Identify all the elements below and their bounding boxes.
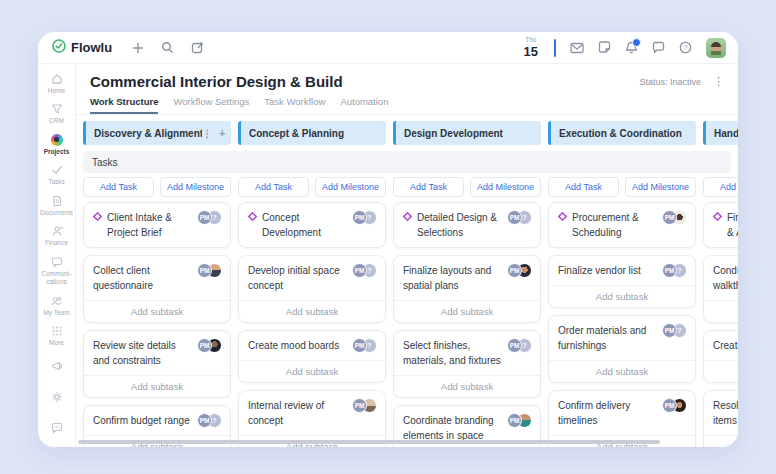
stage-add-icon[interactable]: + xyxy=(219,128,225,139)
stage-name: Handover xyxy=(714,128,738,139)
content-header: Commercial Interior Design & Build Statu… xyxy=(76,64,738,115)
sidebar-item-home[interactable]: Home xyxy=(39,73,75,95)
avatar-pm[interactable]: PM xyxy=(662,263,677,278)
sidebar-item-projects[interactable]: Projects xyxy=(39,134,75,156)
home-icon xyxy=(51,73,63,85)
add-subtask-button[interactable]: Add subtask xyxy=(84,300,230,322)
avatar-pm[interactable]: PM xyxy=(197,263,212,278)
add-subtask-button[interactable]: Add subtask xyxy=(704,300,738,322)
create-button[interactable] xyxy=(132,42,144,54)
task-card[interactable]: Conduct final walkthrough PM? Add subtas… xyxy=(703,255,738,323)
avatar-pm[interactable]: PM xyxy=(507,413,522,428)
stage-header-design-development[interactable]: Design Development xyxy=(393,121,541,145)
avatar-pm[interactable]: PM xyxy=(197,210,212,225)
notes-icon[interactable] xyxy=(598,41,611,54)
avatar-pm[interactable]: PM xyxy=(507,210,522,225)
avatar-pm[interactable]: PM xyxy=(352,210,367,225)
page-menu-icon[interactable]: ⋮ xyxy=(713,76,724,87)
tab-automation[interactable]: Automation xyxy=(340,96,388,114)
milestone-card[interactable]: Procurement & Scheduling PM xyxy=(548,202,696,248)
add-milestone-button[interactable]: Add Milestone xyxy=(625,177,696,197)
add-subtask-button[interactable]: Add subtask xyxy=(704,360,738,382)
add-milestone-button[interactable]: Add Milestone xyxy=(470,177,541,197)
user-avatar[interactable] xyxy=(706,38,726,58)
sidebar-bottom-icons xyxy=(51,358,63,447)
add-subtask-button[interactable]: Add subtask xyxy=(549,360,695,382)
chat-icon[interactable] xyxy=(652,41,665,54)
brand-logo[interactable]: Flowlu xyxy=(52,39,112,56)
add-subtask-button[interactable]: Add subtask xyxy=(549,285,695,307)
add-subtask-button[interactable]: Add subtask xyxy=(239,300,385,322)
sidebar-item-tasks[interactable]: Tasks xyxy=(39,164,75,186)
task-card[interactable]: Finalize vendor list PM? Add subtask xyxy=(548,255,696,308)
task-card[interactable]: Collect client questionnaire PM Add subt… xyxy=(83,255,231,323)
task-card[interactable]: Resolve outstanding items PM? Add subtas… xyxy=(703,390,738,447)
add-task-button[interactable]: Add Task xyxy=(548,177,619,197)
add-milestone-button[interactable]: Add Milestone xyxy=(315,177,386,197)
card-title: Order materials and furnishings xyxy=(558,323,660,353)
avatar-pm[interactable]: PM xyxy=(507,263,522,278)
tab-workflow-settings[interactable]: Workflow Settings xyxy=(173,96,249,114)
content: Commercial Interior Design & Build Statu… xyxy=(76,64,738,447)
sidebar-item-my-team[interactable]: My Team xyxy=(39,295,75,317)
add-subtask-button[interactable]: Add subtask xyxy=(394,375,540,397)
calendar-date[interactable]: Thu 15 xyxy=(524,37,538,58)
assignee-avatars: PM xyxy=(505,263,532,278)
milestone-card[interactable]: Final Walkthrough & Adjustments PM? xyxy=(703,202,738,248)
sidebar-item-more[interactable]: More xyxy=(39,325,75,347)
task-card[interactable]: Develop initial space concept PM? Add su… xyxy=(238,255,386,323)
settings-icon[interactable] xyxy=(51,389,63,407)
milestone-card[interactable]: Client Intake & Project Brief PM? xyxy=(83,202,231,248)
sidebar-item-communi-cations[interactable]: Communi- cations xyxy=(39,256,75,287)
stage-header-discovery-alignment[interactable]: Discovery & Alignment ⋮+ xyxy=(83,121,231,145)
add-subtask-button[interactable]: Add subtask xyxy=(394,300,540,322)
add-milestone-button[interactable]: Add Milestone xyxy=(160,177,231,197)
tab-task-workflow[interactable]: Task Workflow xyxy=(264,96,325,114)
task-card[interactable]: Internal review of concept PM Add subtas… xyxy=(238,390,386,447)
column-discovery-alignment: Add Task Add Milestone Client Intake & P… xyxy=(83,177,231,447)
task-card[interactable]: Order materials and furnishings PM? Add … xyxy=(548,315,696,383)
avatar-pm[interactable]: PM xyxy=(352,338,367,353)
add-task-button[interactable]: Add Task xyxy=(393,177,464,197)
support-icon[interactable] xyxy=(51,420,63,438)
avatar-pm[interactable]: PM xyxy=(662,398,677,413)
finance-icon xyxy=(51,225,63,237)
milestone-card[interactable]: Detailed Design & Selections PM? xyxy=(393,202,541,248)
compose-icon[interactable] xyxy=(191,41,204,54)
stage-header-handover[interactable]: Handover xyxy=(703,121,738,145)
stage-header-execution-coordination[interactable]: Execution & Coordination xyxy=(548,121,696,145)
avatar-pm[interactable]: PM xyxy=(507,338,522,353)
avatar-pm[interactable]: PM xyxy=(662,210,677,225)
stage-menu-icon[interactable]: ⋮ xyxy=(202,128,212,139)
horizontal-scrollbar[interactable] xyxy=(78,440,660,444)
task-card[interactable]: Create punch list PM? Add subtask xyxy=(703,330,738,383)
add-task-button[interactable]: Add Task xyxy=(703,177,738,197)
task-card[interactable]: Review site details and constraints PM A… xyxy=(83,330,231,398)
topbar: Flowlu Thu 15 xyxy=(38,32,738,63)
task-card[interactable]: Create mood boards PM? Add subtask xyxy=(238,330,386,383)
add-task-button[interactable]: Add Task xyxy=(238,177,309,197)
avatar-pm[interactable]: PM xyxy=(352,398,367,413)
task-card[interactable]: Select finishes, materials, and fixtures… xyxy=(393,330,541,398)
tasks-group-band[interactable]: Tasks xyxy=(83,151,731,173)
add-subtask-button[interactable]: Add subtask xyxy=(84,375,230,397)
milestone-card[interactable]: Concept Development PM? xyxy=(238,202,386,248)
sidebar-item-crm[interactable]: CRM xyxy=(39,103,75,125)
stage-header-concept-planning[interactable]: Concept & Planning xyxy=(238,121,386,145)
add-task-button[interactable]: Add Task xyxy=(83,177,154,197)
search-icon[interactable] xyxy=(161,41,174,54)
avatar-pm[interactable]: PM xyxy=(197,338,212,353)
task-card[interactable]: Finalize layouts and spatial plans PM Ad… xyxy=(393,255,541,323)
sidebar-item-finance[interactable]: Finance xyxy=(39,225,75,247)
announcement-icon[interactable] xyxy=(51,358,63,376)
task-card[interactable]: Confirm delivery timelines PM Add subtas… xyxy=(548,390,696,447)
mail-icon[interactable] xyxy=(570,42,584,54)
sidebar-item-documents[interactable]: Documents xyxy=(39,195,75,217)
avatar-pm[interactable]: PM xyxy=(352,263,367,278)
avatar-pm[interactable]: PM xyxy=(662,323,677,338)
avatar-pm[interactable]: PM xyxy=(197,413,212,428)
add-subtask-button[interactable]: Add subtask xyxy=(704,435,738,447)
help-icon[interactable]: ? xyxy=(679,41,692,54)
add-subtask-button[interactable]: Add subtask xyxy=(239,360,385,382)
tab-work-structure[interactable]: Work Structure xyxy=(90,96,158,114)
